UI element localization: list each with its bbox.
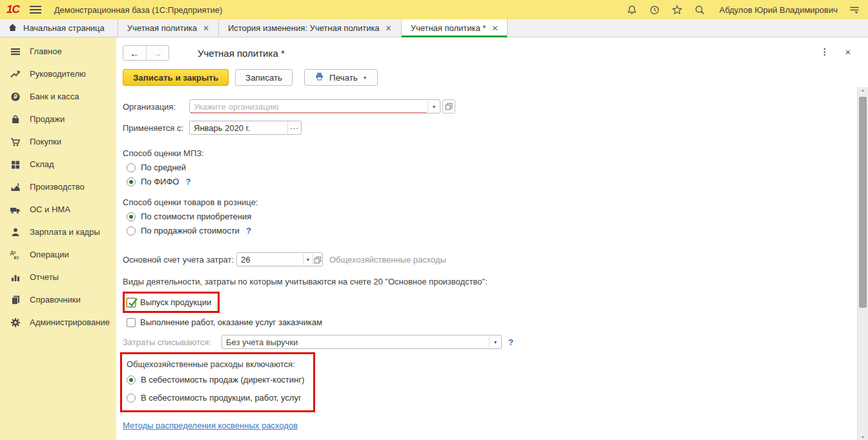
truck-icon (10, 204, 21, 215)
radio-selected-icon[interactable] (127, 212, 136, 221)
organization-field[interactable]: ▼ (189, 99, 440, 114)
overhead-included-label: Общехозяйственные расходы включаются: (127, 359, 304, 369)
account-dropdown-icon[interactable]: ▼ (304, 253, 313, 266)
applies-from-input[interactable] (190, 121, 287, 134)
radio-selected-icon[interactable] (127, 177, 136, 186)
save-and-close-button[interactable]: Записать и закрыть (123, 69, 229, 86)
tab-home[interactable]: Начальная страница (0, 19, 118, 37)
production-icon (10, 181, 21, 192)
indirect-costs-methods-link[interactable]: Методы распределения косвенных расходов (123, 421, 298, 430)
sidebar-item-manager[interactable]: Руководителю (0, 63, 116, 85)
help-link[interactable]: ? (508, 337, 513, 347)
ruble-icon: ₽ (10, 91, 21, 102)
activity-kinds-label: Виды деятельности, затраты по которым уч… (123, 277, 868, 286)
history-icon[interactable] (649, 4, 661, 15)
books-icon (10, 294, 21, 305)
sidebar-item-operations[interactable]: ДтКт Операции (0, 243, 116, 266)
main-cost-account-field[interactable]: ▼ (236, 252, 323, 266)
tab-close-icon[interactable]: ✕ (203, 25, 209, 32)
radio-label: По средней (141, 163, 186, 172)
tab-close-icon[interactable]: ✕ (491, 25, 498, 32)
favorites-star-icon[interactable] (672, 4, 683, 15)
top-bar: 1С Демонстрационная база (1С:Предприятие… (0, 0, 868, 19)
service-menu-icon[interactable] (849, 4, 860, 15)
checkbox-label: Выполнение работ, оказание услуг заказчи… (140, 317, 322, 327)
current-user-name[interactable]: Абдулов Юрий Владимирович (719, 5, 838, 15)
radio-sale-price[interactable]: По продажной стоимости ? (127, 226, 868, 235)
print-button-label: Печать (329, 73, 358, 83)
bag-icon (10, 114, 21, 125)
retail-valuation-label: Способ оценки товаров в рознице: (123, 197, 868, 207)
applies-from-more-button[interactable]: ... (287, 121, 301, 134)
radio-icon[interactable] (127, 394, 136, 403)
chevron-down-icon: ▼ (363, 75, 367, 80)
sidebar-item-main[interactable]: Главное (0, 40, 116, 63)
radio-icon[interactable] (127, 226, 136, 235)
sidebar-item-label: Справочники (30, 295, 81, 305)
sidebar-item-payroll-hr[interactable]: Зарплата и кадры (0, 221, 116, 243)
organization-dropdown-icon[interactable]: ▼ (428, 100, 440, 113)
gear-icon (10, 317, 21, 328)
radio-purchase-cost[interactable]: По стоимости приобретения (127, 212, 868, 221)
scroll-down-icon[interactable]: ▼ (858, 435, 868, 439)
svg-text:Кт: Кт (14, 255, 19, 260)
home-icon (8, 23, 17, 34)
radio-selected-icon[interactable] (127, 375, 136, 385)
output-products-checkbox[interactable] (127, 298, 136, 307)
save-button[interactable]: Записать (235, 69, 293, 86)
back-button[interactable]: ← (123, 46, 146, 60)
organization-input[interactable] (190, 100, 428, 113)
tab-accounting-policy[interactable]: Учетная политика ✕ (118, 19, 219, 37)
scroll-up-icon[interactable]: ▲ (858, 88, 868, 92)
sidebar-item-purchases[interactable]: Покупки (0, 130, 116, 153)
forward-button[interactable]: → (146, 46, 169, 60)
notifications-bell-icon[interactable] (626, 4, 638, 15)
main-cost-account-input[interactable] (237, 253, 303, 266)
checkbox-label: Выпуск продукции (140, 297, 211, 307)
sidebar-item-fixed-assets[interactable]: ОС и НМА (0, 198, 116, 221)
radio-fifo[interactable]: По ФИФО ? (127, 177, 868, 186)
tab-change-history[interactable]: История изменения: Учетная политика ✕ (219, 19, 402, 37)
print-button[interactable]: Печать ▼ (304, 69, 378, 86)
account-open-icon[interactable] (313, 253, 322, 267)
organization-open-icon[interactable] (442, 99, 455, 114)
radio-direct-costing[interactable]: В себестоимость продаж (директ-костинг) (127, 375, 304, 385)
radio-product-cost[interactable]: В себестоимость продукции, работ, услуг (127, 393, 304, 403)
cart-icon (10, 136, 21, 147)
help-link[interactable]: ? (246, 226, 251, 235)
svg-text:Дт: Дт (10, 250, 16, 255)
sidebar-item-sales[interactable]: Продажи (0, 108, 116, 130)
sidebar-item-label: Главное (30, 46, 62, 56)
help-link[interactable]: ? (185, 177, 191, 186)
person-icon (10, 226, 21, 237)
form-more-menu-icon[interactable]: ⋮ (819, 46, 831, 57)
applies-from-field[interactable]: ... (189, 121, 302, 135)
vertical-scrollbar[interactable]: ▲ ▼ (857, 87, 868, 440)
sidebar-item-bank-cash[interactable]: ₽ Банк и касса (0, 85, 116, 108)
tab-close-icon[interactable]: ✕ (386, 25, 392, 32)
svg-text:₽: ₽ (14, 94, 17, 100)
sidebar-item-label: Зарплата и кадры (30, 227, 100, 237)
form-close-icon[interactable]: × (842, 46, 854, 57)
sidebar-item-warehouse[interactable]: Склад (0, 153, 116, 175)
radio-label: В себестоимость продаж (директ-костинг) (141, 375, 304, 385)
sidebar-item-label: ОС и НМА (30, 205, 70, 214)
tab-accounting-policy-active[interactable]: Учетная политика * ✕ (402, 19, 508, 37)
sidebar-item-directories[interactable]: Справочники (0, 288, 116, 311)
dtkt-icon: ДтКт (10, 249, 21, 260)
sidebar-item-administration[interactable]: Администрирование (0, 311, 116, 334)
writeoff-dropdown-icon: ▼ (490, 335, 501, 348)
section-sidebar: Главное Руководителю ₽ Банк и касса Прод… (0, 37, 116, 440)
radio-by-average[interactable]: По средней (127, 163, 868, 172)
scrollbar-thumb[interactable] (859, 97, 867, 308)
account-description: Общехозяйственные расходы (329, 255, 446, 265)
sidebar-item-reports[interactable]: Отчеты (0, 266, 116, 288)
main-menu-icon[interactable] (30, 6, 41, 14)
sidebar-item-production[interactable]: Производство (0, 175, 116, 198)
sidebar-item-label: Покупки (30, 137, 61, 146)
radio-icon[interactable] (127, 163, 136, 172)
works-services-checkbox[interactable] (127, 318, 136, 327)
search-icon[interactable] (694, 4, 706, 15)
costs-writeoff-input (222, 335, 489, 348)
costs-writeoff-label: Затраты списываются: (123, 337, 222, 347)
